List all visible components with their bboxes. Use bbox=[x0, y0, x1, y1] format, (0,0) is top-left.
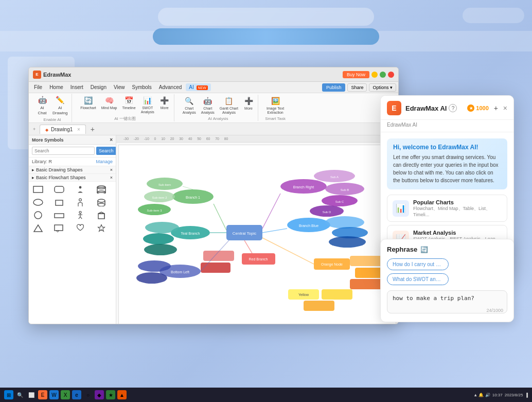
taskbar-ie[interactable]: e bbox=[72, 390, 81, 399]
image-text-label: Image Text bbox=[267, 107, 284, 110]
menu-symbols[interactable]: Symbols bbox=[129, 83, 154, 91]
menu-bar: File Home Insert Design View Symbols Adv… bbox=[29, 82, 398, 93]
basic-drawing-section[interactable]: ▸ Basic Drawing Shapes × bbox=[29, 166, 116, 174]
svg-rect-7 bbox=[56, 200, 63, 205]
feature-popular-charts[interactable]: 📊 Popular Charts Flowchart、Mind Map、Tabl… bbox=[387, 195, 507, 222]
taskbar-start[interactable]: ⊞ bbox=[4, 390, 13, 399]
options-button[interactable]: Options ▾ bbox=[369, 83, 396, 92]
shapes-search-button[interactable]: Search bbox=[96, 147, 116, 155]
basic-flowchart-section[interactable]: ▸ Basic Flowchart Shapes × bbox=[29, 174, 116, 182]
ribbon-more-1[interactable]: ➕ More bbox=[157, 94, 172, 115]
rephrase-popup: Rephrase 🔄 How do I carry out competi...… bbox=[380, 239, 514, 322]
drawing1-tab[interactable]: ◆ Drawing1 × bbox=[40, 125, 86, 134]
add-tab-button[interactable]: + bbox=[88, 125, 97, 134]
ribbon-image-text[interactable]: 🖼️ Image Text Extraction bbox=[264, 95, 286, 115]
ribbon-ai-analysis[interactable]: 🤖 Chart Analysis bbox=[199, 95, 217, 115]
swot-label: SWOT bbox=[142, 106, 153, 110]
svg-line-18 bbox=[79, 217, 80, 219]
shape-callout-rect[interactable] bbox=[52, 222, 66, 234]
menu-file[interactable]: File bbox=[31, 83, 45, 91]
menu-insert[interactable]: Insert bbox=[67, 83, 86, 91]
svg-text:Branch 1: Branch 1 bbox=[186, 196, 200, 199]
shape-stick-person[interactable] bbox=[73, 209, 87, 221]
ai-panel-subtitle: EdrawMax AI bbox=[381, 120, 513, 132]
shape-rectangle[interactable] bbox=[31, 184, 45, 195]
svg-line-42 bbox=[262, 194, 280, 229]
shape-rounded-rect[interactable] bbox=[52, 184, 66, 195]
buy-now-button[interactable]: Buy Now bbox=[343, 71, 369, 78]
ribbon-gantt[interactable]: 📋 Gantt Chart Analysis bbox=[218, 95, 240, 115]
ribbon-ai-chat[interactable]: 🤖 AI Chat bbox=[35, 94, 49, 116]
shape-ellipse[interactable] bbox=[31, 197, 45, 208]
logo-icon: E bbox=[33, 71, 41, 79]
ribbon-chart-analysis[interactable]: 🔍 Chart Analysis bbox=[181, 95, 198, 115]
shape-cylinder[interactable] bbox=[94, 184, 109, 195]
share-button[interactable]: Share bbox=[347, 83, 367, 92]
taskbar-search[interactable]: 🔍 bbox=[15, 390, 25, 399]
svg-point-76 bbox=[145, 222, 179, 233]
shape-triangle[interactable] bbox=[31, 222, 45, 234]
ribbon-swot[interactable]: 📊 SWOT Analysis bbox=[139, 94, 156, 115]
shape-cube[interactable] bbox=[94, 209, 109, 221]
shape-heart[interactable] bbox=[73, 222, 87, 234]
ribbon-more-2[interactable]: ➕ More bbox=[241, 95, 256, 115]
menu-advanced[interactable]: Advanced bbox=[156, 83, 185, 91]
mind-map-icon: 🧠 bbox=[104, 95, 114, 106]
shape-small-rect[interactable] bbox=[52, 197, 66, 208]
menu-ai[interactable]: AI NEW bbox=[186, 83, 211, 91]
shape-barrel[interactable] bbox=[94, 197, 109, 208]
shape-person-2[interactable] bbox=[73, 197, 87, 208]
svg-point-12 bbox=[98, 203, 105, 206]
taskbar: ⊞ 🔍 ⬜ E W X e ○ ◆ ★ ▲ ▲ 🔔 🔊 10:37 2023/8… bbox=[0, 388, 532, 402]
chip-competition[interactable]: How do I carry out competi... bbox=[387, 258, 449, 270]
shapes-search-input[interactable] bbox=[32, 147, 95, 155]
canvas-content[interactable]: Central Topic Branch 1 Sub-item Sub-item… bbox=[118, 145, 396, 324]
section-label: Basic Drawing Shapes bbox=[36, 167, 83, 172]
shapes-grid bbox=[29, 182, 116, 236]
menu-home[interactable]: Home bbox=[46, 83, 66, 91]
coin-icon: ★ bbox=[467, 104, 474, 112]
show-desktop[interactable]: ▐ bbox=[525, 393, 528, 397]
taskbar-word[interactable]: W bbox=[49, 390, 59, 399]
ribbon-flowchart[interactable]: 🔄 Flowchart bbox=[78, 94, 98, 115]
shape-wide-rect[interactable] bbox=[52, 209, 66, 221]
taskbar-taskview[interactable]: ⬜ bbox=[27, 390, 36, 399]
edrawmax-window: E EdrawMax Buy Now File Home Insert Desi… bbox=[28, 67, 399, 324]
ruler-label: -30 -20 -10 0 10 20 30 40 50 60 70 80 bbox=[123, 137, 228, 141]
shape-person[interactable] bbox=[73, 184, 87, 195]
ribbon-ai-drawing[interactable]: ✏️ AI Drawing bbox=[50, 94, 69, 116]
main-canvas[interactable]: -30 -20 -10 0 10 20 30 40 50 60 70 80 Ce… bbox=[116, 135, 398, 324]
taskbar-edrawmax[interactable]: E bbox=[38, 390, 47, 399]
section-close-icon-2[interactable]: × bbox=[110, 175, 113, 180]
menu-design[interactable]: Design bbox=[87, 83, 110, 91]
taskbar-chrome[interactable]: ○ bbox=[83, 390, 93, 399]
taskbar-app2[interactable]: ★ bbox=[106, 390, 115, 399]
section-close-icon[interactable]: × bbox=[110, 167, 113, 172]
tab-close-icon[interactable]: × bbox=[77, 127, 80, 132]
taskbar-app1[interactable]: ◆ bbox=[95, 390, 104, 399]
publish-button[interactable]: Publish bbox=[322, 83, 346, 92]
tab-name: Drawing1 bbox=[51, 127, 73, 132]
add-coins-button[interactable]: + bbox=[492, 104, 500, 112]
market-analysis-title: Market Analysis bbox=[413, 230, 502, 236]
maximize-button[interactable] bbox=[380, 72, 386, 78]
taskbar-excel[interactable]: X bbox=[61, 390, 70, 399]
ribbon-mind-map[interactable]: 🧠 Mind Map bbox=[99, 94, 119, 115]
ai-panel-close-button[interactable]: × bbox=[503, 104, 507, 112]
manage-button[interactable]: Manage bbox=[96, 159, 113, 164]
panel-close-icon[interactable]: × bbox=[110, 137, 113, 143]
ai-help-button[interactable]: ? bbox=[449, 104, 457, 112]
welcome-title: Hi, welcome to EdrawMax AI! bbox=[393, 144, 501, 151]
ribbon-timeline[interactable]: 📅 Timeline bbox=[120, 94, 137, 115]
shape-circle[interactable] bbox=[31, 209, 45, 221]
taskbar-app3[interactable]: ▲ bbox=[117, 390, 127, 399]
minimize-button[interactable] bbox=[371, 72, 378, 78]
svg-line-34 bbox=[183, 186, 193, 189]
rephrase-refresh-icon[interactable]: 🔄 bbox=[420, 246, 428, 253]
rephrase-header: Rephrase 🔄 bbox=[387, 246, 507, 253]
menu-view[interactable]: View bbox=[111, 83, 128, 91]
svg-point-2 bbox=[79, 186, 82, 189]
chip-swot[interactable]: What do SWOT and AARRR ... bbox=[387, 273, 449, 285]
close-window-button[interactable] bbox=[388, 72, 394, 78]
shape-star[interactable] bbox=[94, 222, 109, 234]
